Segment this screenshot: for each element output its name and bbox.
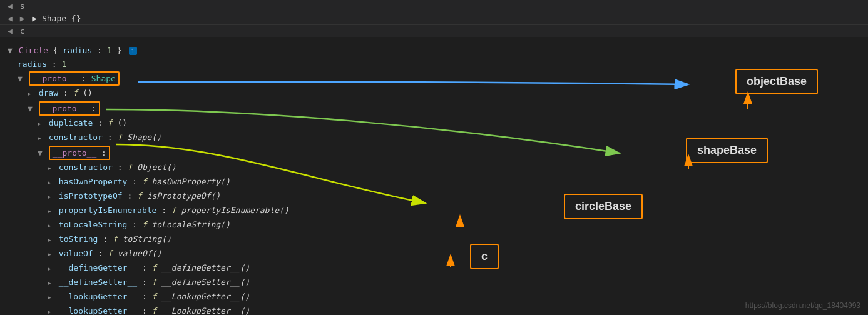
line-proto-2: ▼ __proto__ : [0,101,332,116]
bar-shape-arrow-left[interactable]: ◀ [8,14,13,23]
circle-label: Circle [19,46,48,55]
proto-2-box: __proto__ : [39,101,100,116]
line-duplicate: ▶ duplicate : f () [0,116,332,131]
top-bar-shape: ◀ ▶ ▶ Shape {} [0,12,868,25]
code-panel: ▼ Circle { radius : 1 } i radius : 1 ▼ _… [0,39,332,315]
top-bar-s: ◀ s [0,0,868,12]
line-draw: ▶ draw : f () [0,86,332,101]
circle-expand-btn[interactable]: ▼ [8,44,14,56]
label-circlebase: circleBase [564,194,643,219]
line-circle: ▼ Circle { radius : 1 } i [0,44,332,58]
line-define-setter: ▶ __defineSetter__ : f __defineSetter__(… [0,276,332,290]
circle-radius-key: radius [63,46,92,55]
radius-key: radius [18,59,47,69]
proto-3-expand[interactable]: ▼ [38,147,44,159]
main-container: ◀ s ◀ ▶ ▶ Shape {} ◀ c ▼ Circle { radius… [0,0,868,315]
bar-shape-text: ▶ Shape {} [32,14,81,23]
bar-shape-expand[interactable]: ▶ [20,14,25,23]
line-to-string: ▶ toString : f toString() [0,232,332,247]
label-shapebase: shapeBase [686,138,768,163]
line-is-proto-of: ▶ isPrototypeOf : f isPrototypeOf() [0,189,332,204]
circle-info-icon: i [129,47,137,55]
bar-c-text: c [20,26,25,36]
proto-2-expand[interactable]: ▼ [28,102,34,114]
dup-expand[interactable]: ▶ [38,118,44,130]
line-lookup-setter: ▶ __lookupSetter__ : f __LookupSetter__(… [0,304,332,315]
circle-brace-close: } [116,46,121,55]
label-c: c [470,244,499,269]
label-objectbase: objectBase [735,69,818,94]
bar-c-arrow[interactable]: ◀ [8,26,13,36]
ctor-obj-expand[interactable]: ▶ [48,162,54,174]
line-value-of: ▶ valueOf : f valueOf() [0,247,332,261]
line-to-locale: ▶ toLocaleString : f toLocaleString() [0,218,332,232]
bar-s-text: s [20,1,25,11]
top-bar-c: ◀ c [0,25,868,38]
proto-3-box: __proto__ : [49,146,110,160]
proto-shape-box: __proto__ : Shape [29,71,120,86]
circle-colon: : [97,46,107,55]
proto-shape-expand[interactable]: ▼ [18,72,24,84]
line-prop-is-enum: ▶ propertyIsEnumerable : f propertyIsEnu… [0,204,332,218]
line-has-own: ▶ hasOwnProperty : f hasOwnProperty() [0,175,332,189]
url-watermark: https://blog.csdn.net/qq_18404993 [745,301,860,310]
ctor-shape-expand[interactable]: ▶ [38,132,44,144]
line-proto-3: ▼ __proto__ : [0,145,332,161]
circle-radius-val: 1 [107,46,112,55]
circle-brace-open: { [53,46,58,55]
line-radius: radius : 1 [0,58,332,71]
line-constructor-object: ▶ constructor : f Object() [0,161,332,175]
bar-s-arrow[interactable]: ◀ [8,1,13,11]
line-lookup-getter: ▶ __lookupGetter__ : f __LookupGetter__(… [0,290,332,304]
draw-expand[interactable]: ▶ [28,88,34,100]
radius-val: 1 [61,59,66,69]
line-proto-shape: ▼ __proto__ : Shape [0,71,332,86]
line-define-getter: ▶ __defineGetter__ : f __defineGetter__(… [0,261,332,276]
line-constructor-shape: ▶ constructor : f Shape() [0,131,332,145]
